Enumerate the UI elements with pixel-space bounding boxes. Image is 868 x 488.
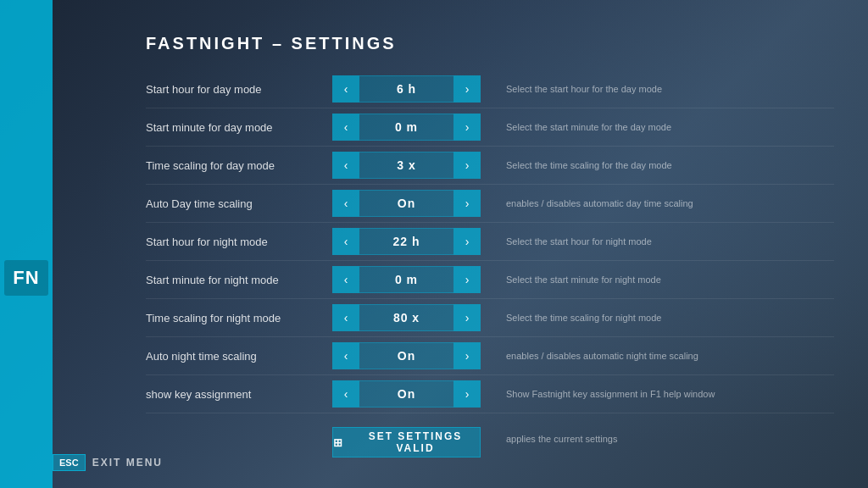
description-show-key-assignment: Show Fastnight key assignment in F1 help… bbox=[506, 389, 834, 399]
settings-row-start-minute-day: Start minute for day mode 0 m Select the… bbox=[146, 108, 834, 147]
increment-time-scaling-day[interactable] bbox=[453, 152, 481, 179]
value-auto-night-scaling: On bbox=[359, 342, 453, 369]
control-time-scaling-day: 3 x bbox=[332, 152, 481, 179]
settings-row-start-hour-night: Start hour for night mode 22 h Select th… bbox=[146, 223, 834, 261]
control-start-minute-night: 0 m bbox=[332, 266, 481, 293]
value-start-minute-day: 0 m bbox=[359, 114, 453, 141]
increment-auto-day-scaling[interactable] bbox=[453, 190, 481, 217]
right-arrow-icon bbox=[465, 158, 470, 172]
right-arrow-icon bbox=[465, 387, 470, 401]
increment-auto-night-scaling[interactable] bbox=[453, 342, 481, 369]
control-time-scaling-night: 80 x bbox=[332, 304, 481, 331]
label-time-scaling-night: Time scaling for night mode bbox=[146, 312, 332, 324]
left-arrow-icon bbox=[344, 120, 348, 134]
left-arrow-icon bbox=[344, 197, 348, 210]
value-time-scaling-night: 80 x bbox=[359, 304, 453, 331]
right-arrow-icon bbox=[465, 235, 470, 248]
label-show-key-assignment: show key assignment bbox=[146, 388, 332, 401]
value-time-scaling-day: 3 x bbox=[359, 152, 453, 179]
decrement-start-minute-day[interactable] bbox=[332, 114, 359, 141]
control-show-key-assignment: On bbox=[332, 380, 481, 408]
decrement-start-hour-day[interactable] bbox=[332, 75, 359, 103]
control-start-hour-night: 22 h bbox=[332, 228, 481, 255]
decrement-time-scaling-day[interactable] bbox=[332, 152, 359, 179]
esc-key[interactable]: ESC bbox=[53, 454, 86, 471]
left-arrow-icon bbox=[344, 349, 348, 363]
settings-row-start-hour-day: Start hour for day mode 6 h Select the s… bbox=[146, 70, 834, 108]
value-show-key-assignment: On bbox=[359, 380, 453, 408]
description-start-minute-night: Select the start minute for night mode bbox=[506, 274, 834, 285]
settings-row-time-scaling-day: Time scaling for day mode 3 x Select the… bbox=[146, 147, 834, 185]
description-time-scaling-day: Select the time scaling for the day mode bbox=[506, 160, 834, 170]
control-auto-day-scaling: On bbox=[332, 190, 481, 217]
increment-start-minute-night[interactable] bbox=[453, 266, 481, 293]
right-arrow-icon bbox=[465, 120, 470, 134]
increment-start-hour-day[interactable] bbox=[453, 75, 481, 103]
label-time-scaling-day: Time scaling for day mode bbox=[146, 159, 332, 172]
apply-button[interactable]: ⊞ SET SETTINGS VALID bbox=[332, 427, 481, 458]
label-start-hour-night: Start hour for night mode bbox=[146, 236, 332, 248]
label-start-hour-day: Start hour for day mode bbox=[146, 83, 332, 96]
control-auto-night-scaling: On bbox=[332, 342, 481, 369]
apply-icon: ⊞ bbox=[333, 436, 344, 449]
value-start-hour-day: 6 h bbox=[359, 75, 453, 103]
decrement-time-scaling-night[interactable] bbox=[332, 304, 359, 331]
increment-show-key-assignment[interactable] bbox=[453, 380, 481, 408]
settings-row-time-scaling-night: Time scaling for night mode 80 x Select … bbox=[146, 299, 834, 337]
settings-row-auto-night-scaling: Auto night time scaling On enables / dis… bbox=[146, 337, 834, 375]
decrement-start-minute-night[interactable] bbox=[332, 266, 359, 293]
decrement-show-key-assignment[interactable] bbox=[332, 380, 359, 408]
description-start-hour-night: Select the start hour for night mode bbox=[506, 236, 834, 247]
right-arrow-icon bbox=[465, 349, 470, 363]
exit-label[interactable]: EXIT MENU bbox=[92, 457, 163, 469]
main-content: FASTNIGHT – SETTINGS Start hour for day … bbox=[53, 0, 868, 488]
label-start-minute-day: Start minute for day mode bbox=[146, 121, 332, 134]
left-arrow-icon bbox=[344, 387, 348, 401]
app-logo: FN bbox=[4, 260, 47, 296]
bottom-bar: ESC EXIT MENU bbox=[53, 454, 163, 471]
description-auto-day-scaling: enables / disables automatic day time sc… bbox=[506, 198, 834, 208]
settings-row-show-key-assignment: show key assignment On Show Fastnight ke… bbox=[146, 375, 834, 413]
increment-time-scaling-night[interactable] bbox=[453, 304, 481, 331]
description-auto-night-scaling: enables / disables automatic night time … bbox=[506, 351, 834, 361]
value-start-hour-night: 22 h bbox=[359, 228, 453, 255]
decrement-auto-day-scaling[interactable] bbox=[332, 190, 359, 217]
right-arrow-icon bbox=[465, 82, 470, 96]
decrement-start-hour-night[interactable] bbox=[332, 228, 359, 255]
increment-start-minute-day[interactable] bbox=[453, 114, 481, 141]
left-arrow-icon bbox=[344, 273, 348, 286]
control-start-minute-day: 0 m bbox=[332, 114, 481, 141]
settings-row-start-minute-night: Start minute for night mode 0 m Select t… bbox=[146, 261, 834, 299]
left-arrow-icon bbox=[344, 82, 348, 96]
settings-table: Start hour for day mode 6 h Select the s… bbox=[146, 70, 834, 413]
left-arrow-icon bbox=[344, 158, 348, 172]
apply-row: ⊞ SET SETTINGS VALID applies the current… bbox=[146, 413, 834, 464]
right-arrow-icon bbox=[465, 197, 470, 210]
description-start-minute-day: Select the start minute for the day mode bbox=[506, 122, 834, 132]
value-start-minute-night: 0 m bbox=[359, 266, 453, 293]
page-title: FASTNIGHT – SETTINGS bbox=[146, 34, 834, 53]
label-start-minute-night: Start minute for night mode bbox=[146, 274, 332, 286]
settings-row-auto-day-scaling: Auto Day time scaling On enables / disab… bbox=[146, 185, 834, 223]
increment-start-hour-night[interactable] bbox=[453, 228, 481, 255]
label-auto-day-scaling: Auto Day time scaling bbox=[146, 197, 332, 210]
value-auto-day-scaling: On bbox=[359, 190, 453, 217]
decrement-auto-night-scaling[interactable] bbox=[332, 342, 359, 369]
left-arrow-icon bbox=[344, 311, 348, 324]
label-auto-night-scaling: Auto night time scaling bbox=[146, 350, 332, 363]
description-time-scaling-night: Select the time scaling for night mode bbox=[506, 313, 834, 323]
sidebar: FN bbox=[0, 0, 53, 488]
left-arrow-icon bbox=[344, 235, 348, 248]
apply-description: applies the current settings bbox=[506, 434, 834, 444]
control-start-hour-day: 6 h bbox=[332, 75, 481, 103]
apply-button-label: SET SETTINGS VALID bbox=[351, 430, 480, 454]
description-start-hour-day: Select the start hour for the day mode bbox=[506, 84, 834, 94]
right-arrow-icon bbox=[465, 311, 470, 324]
right-arrow-icon bbox=[465, 273, 470, 286]
